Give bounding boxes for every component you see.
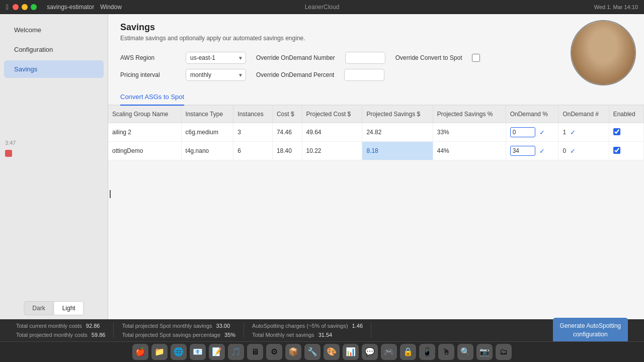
footer-stat-spot: Total projected Spot monthly savings 33.… (114, 323, 244, 338)
sidebar-timer: 3:47 (5, 140, 16, 146)
ondemand-pct-input-2[interactable] (510, 146, 535, 156)
aws-region-select[interactable]: us-east-1 us-east-2 us-west-1 us-west-2 … (186, 52, 246, 64)
dock-icon-packages[interactable]: 📦 (285, 344, 301, 360)
footer-generate[interactable]: Generate AutoSpotting configuration (545, 318, 636, 343)
theme-dark-button[interactable]: Dark (24, 301, 53, 315)
dock-icon-settings[interactable]: ⚙ (266, 344, 282, 360)
dock-icon-game[interactable]: 🎮 (381, 344, 397, 360)
col-proj-savings-pct: Projected Savings % (433, 106, 506, 123)
theme-light-button[interactable]: Light (54, 301, 84, 315)
col-ondemand-num: OnDemand # (558, 106, 609, 123)
col-instances: Instances (233, 106, 273, 123)
cell-proj-savings-pct-1: 33% (433, 123, 506, 142)
app-name: savings-estimator (47, 4, 94, 11)
dock: 🍎 📁 🌐 📧 📝 🎵 🖥 ⚙ 📦 🔧 🎨 📊 💬 🎮 🔒 📱 🖱 🔍 📷 🗂 (0, 341, 644, 362)
dock-icon-charts[interactable]: 📊 (343, 344, 359, 360)
sidebar-item-configuration[interactable]: Configuration (4, 41, 104, 58)
theme-toggle[interactable]: Dark Light (24, 301, 84, 315)
minimize-button[interactable] (22, 4, 28, 10)
override-convert-to-spot-checkbox[interactable] (472, 54, 480, 62)
maximize-button[interactable] (31, 4, 37, 10)
content-area: Savings Estimate savings and optionally … (108, 14, 644, 319)
form-row-2: Pricing interval monthly hourly annual ▼… (120, 69, 632, 81)
table-header-row: Scaling Group Name Instance Type Instanc… (108, 106, 644, 123)
override-ondemand-number-input[interactable] (345, 52, 385, 64)
enabled-checkbox-1[interactable] (613, 128, 620, 135)
sidebar: Welcome Configuration Savings 3:47 Dark … (0, 14, 108, 319)
ondemand-num-check-2[interactable]: ✓ (570, 147, 576, 155)
dock-icon-files[interactable]: 🗂 (496, 344, 512, 360)
table-row: ottingDemo t4g.nano 6 18.40 10.22 8.18 4… (108, 142, 644, 160)
tab-bar: Convert ASGs to Spot (108, 89, 644, 106)
aws-region-select-wrapper[interactable]: us-east-1 us-east-2 us-west-1 us-west-2 … (186, 52, 246, 64)
dock-icon-finder[interactable]: 🍎 (132, 344, 148, 360)
dock-icon-music[interactable]: 🎵 (228, 344, 244, 360)
dock-icon-art[interactable]: 🎨 (324, 344, 340, 360)
total-current-value: 92.86 (86, 323, 100, 329)
col-proj-savings: Projected Savings $ (362, 106, 433, 123)
total-current-label: Total current monthly costs (16, 323, 82, 329)
sidebar-savings-label: Savings (14, 65, 37, 73)
table-row: ailing 2 c6g.medium 3 74.46 49.64 24.82 … (108, 123, 644, 142)
cell-instance-type-1: c6g.medium (181, 123, 233, 142)
sidebar-item-welcome[interactable]: Welcome (4, 21, 104, 39)
dock-icon-display[interactable]: 🖥 (247, 344, 263, 360)
dock-icon-chat[interactable]: 💬 (362, 344, 378, 360)
ondemand-pct-input-1[interactable] (510, 127, 535, 137)
dock-icon-camera[interactable]: 📷 (476, 344, 493, 360)
pricing-interval-select-wrapper[interactable]: monthly hourly annual ▼ (186, 69, 246, 81)
mac-apple-icon:  (6, 3, 9, 11)
override-convert-to-spot-label: Override Convert to Spot (395, 54, 462, 61)
dock-icon-tools[interactable]: 🔧 (304, 344, 320, 360)
cursor-indicator (110, 190, 111, 198)
ondemand-num-check-1[interactable]: ✓ (570, 129, 576, 136)
override-ondemand-percent-input[interactable] (344, 69, 384, 81)
net-savings-label: Total Monthly net savings (252, 332, 314, 338)
menu-window[interactable]: Window (100, 4, 122, 11)
sidebar-item-savings[interactable]: Savings (4, 60, 104, 78)
webcam-face (572, 21, 635, 84)
cell-cost-2: 18.40 (272, 142, 302, 160)
footer-stat-current: Total current monthly costs 92.86 Total … (8, 323, 114, 338)
override-ondemand-percent-label: Override OnDemand Percent (256, 71, 334, 78)
footer-stats: Total current monthly costs 92.86 Total … (0, 319, 644, 341)
cell-instances-2: 6 (233, 142, 273, 160)
dock-icon-mail[interactable]: 📧 (190, 344, 206, 360)
sidebar-record-indicator (5, 150, 12, 157)
total-spot-pct-label: Total projected Spot savings percentage (122, 332, 220, 338)
cell-enabled-2 (609, 142, 643, 160)
autospotting-value: 1.46 (352, 323, 363, 329)
window-title: LeanerCloud (305, 4, 340, 11)
traffic-lights[interactable] (13, 4, 37, 10)
col-group-name: Scaling Group Name (108, 106, 181, 123)
tab-convert-asgs[interactable]: Convert ASGs to Spot (120, 89, 184, 106)
pricing-interval-label: Pricing interval (120, 71, 176, 78)
dock-icon-search[interactable]: 🔍 (457, 344, 473, 360)
webcam (571, 20, 636, 85)
page-subtitle: Estimate savings and optionally apply ou… (120, 35, 632, 42)
dock-icon-notes[interactable]: 📝 (209, 344, 225, 360)
cell-group-name-1: ailing 2 (108, 123, 181, 142)
autospotting-label: AutoSpotting charges (~5% of savings) (252, 323, 348, 329)
cell-group-name-2: ottingDemo (108, 142, 181, 160)
close-button[interactable] (13, 4, 19, 10)
total-spot-savings-value: 33.00 (216, 323, 230, 329)
dock-icon-security[interactable]: 🔒 (400, 344, 416, 360)
cell-proj-cost-1: 49.64 (302, 123, 362, 142)
enabled-checkbox-2[interactable] (613, 147, 620, 154)
ondemand-pct-check-2[interactable]: ✓ (539, 147, 545, 155)
generate-autospotting-button[interactable]: Generate AutoSpotting configuration (553, 318, 628, 343)
dock-icon-mouse[interactable]: 🖱 (438, 344, 454, 360)
cell-instances-1: 3 (233, 123, 273, 142)
pricing-interval-select[interactable]: monthly hourly annual (186, 69, 246, 81)
dock-icon-mobile[interactable]: 📱 (419, 344, 435, 360)
dock-icon-browser[interactable]: 🌐 (171, 344, 187, 360)
cell-ondemand-pct-1: ✓ (506, 123, 558, 142)
page-title: Savings (120, 22, 632, 33)
cell-cost-1: 74.46 (272, 123, 302, 142)
dock-icon-folder[interactable]: 📁 (151, 344, 168, 360)
ondemand-pct-check-1[interactable]: ✓ (539, 129, 545, 136)
cell-proj-savings-pct-2: 44% (433, 142, 506, 160)
cell-ondemand-num-1: 1 ✓ (558, 123, 609, 142)
total-projected-label: Total projected monthly costs (16, 332, 88, 338)
